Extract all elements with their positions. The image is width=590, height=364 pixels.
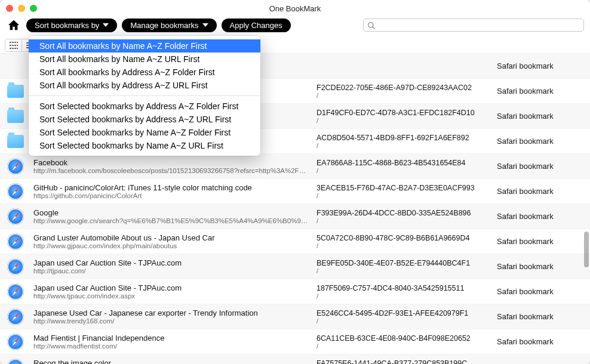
safari-icon [7,183,24,200]
bookmark-path: / [316,267,485,274]
bookmark-title: Japan used Car Auction Site - TJPAuc.com [33,258,309,267]
chevron-down-icon [202,23,208,27]
bookmark-url: http://m.facebook.com/boscoleebosco/post… [33,167,309,174]
bookmark-path: / [316,217,485,224]
row-source-col: Safari bookmark [497,212,585,221]
grid-icon [10,42,18,49]
search-icon [367,21,375,29]
bookmark-id: ACD8D504-5571-4BD9-8FF1-692F1A6EF892 [316,134,485,142]
row-source-col: Safari bookmark [497,337,585,346]
bookmark-url: http://www.tjpauc.com/index.aspx [33,292,309,300]
row-icon [5,208,26,225]
bookmark-source: Safari bookmark [497,337,585,346]
close-window-button[interactable] [6,5,13,12]
bookmark-row[interactable]: GitHub - panicinc/ColorArt: iTunes 11-st… [0,179,590,204]
sort-option[interactable]: Sort All bookmarks by Name A~Z URL First [29,53,260,66]
svg-rect-7 [16,42,17,49]
row-id-col: 5C0A72C0-8B90-478C-9C89-B6B61A9669D4/ [316,234,490,249]
safari-icon [7,334,24,350]
sort-option[interactable]: Sort Selected bookmarks by Name A~Z Fold… [29,126,260,139]
bookmark-id: 3EACEB15-F76D-47AC-B2A7-D3E3E0ACF993 [316,184,485,192]
row-icon [5,233,26,250]
row-id-col: F2CDE022-705E-486E-A97D-CE89243AAC02/ [316,84,490,99]
safari-icon [7,309,24,325]
manage-bookmarks-label: Manage bookmarks [130,21,198,30]
row-icon [5,183,26,200]
home-button[interactable] [6,18,21,32]
row-icon [5,359,26,365]
bookmark-path: / [316,292,485,300]
scrollbar[interactable] [584,131,589,359]
sort-option[interactable]: Sort Selected bookmarks by Address A~Z F… [29,100,260,113]
row-id-col: 187F5069-C757-4DC4-8040-3A5425915511/ [316,284,490,300]
row-source-col: Safari bookmark [497,162,585,171]
bookmark-source: Safari bookmark [497,262,585,271]
sort-option[interactable]: Sort All bookmarks by Address A~Z URL Fi… [29,79,260,92]
bookmark-id: 6CA11CEB-63CE-4E08-940C-B4F098E20652 [316,334,485,343]
search-field[interactable] [363,18,584,32]
sort-bookmarks-label: Sort bookmarks by [35,21,99,30]
sort-option[interactable]: Sort All bookmarks by Name A~Z Folder Fi… [29,39,260,53]
bookmark-title: Google [33,208,309,217]
bookmark-title: Japanese Used Car - Japanese car exporte… [33,309,309,317]
bookmark-title: Facebook [33,158,309,167]
row-source-col: Safari bookmark [497,312,585,321]
bookmark-row[interactable]: Japanese Used Car - Japanese car exporte… [0,304,590,329]
chevron-down-icon [103,23,109,27]
manage-bookmarks-button[interactable]: Manage bookmarks [122,18,216,32]
bookmark-row[interactable]: Japan used Car Auction Site - TJPAuc.com… [0,254,590,279]
bookmark-title: Japan used Car Auction Site - TJPAuc.com [33,283,309,292]
row-id-col: BE9FE05D-340E-4E07-B52E-E794440BC4F1/ [316,259,490,274]
bookmark-title: Mad Fientist | Financial Independence [33,334,309,343]
home-icon [7,19,20,31]
traffic-lights [6,5,37,12]
bookmark-url: http://www.trendy168.com/ [33,317,309,325]
row-id-col: FA7575E6-1441-49CA-B377-279C853B199C/ [316,359,490,365]
app-window: One BookMark Sort bookmarks by Manage bo… [0,0,590,364]
search-input[interactable] [377,21,580,29]
bookmark-row[interactable]: Googlehttp://www.google.cn/search?q=%E6%… [0,204,590,229]
row-main: Mad Fientist | Financial Independencehtt… [33,334,309,350]
safari-icon [7,258,24,275]
bookmark-row[interactable]: Facebookhttp://m.facebook.com/boscoleebo… [0,154,590,179]
toolbar: Sort bookmarks by Manage bookmarks Apply… [0,17,590,37]
row-id-col: F393E99A-26D4-4DCC-8BD0-335AE524B896/ [316,209,490,224]
sort-bookmarks-button[interactable]: Sort bookmarks by [26,18,117,32]
bookmark-row[interactable]: Recog the image colorhttps://panic.com/b… [0,354,590,364]
row-main: Facebookhttp://m.facebook.com/boscoleebo… [33,158,309,174]
sort-option[interactable]: Sort All bookmarks by Address A~Z Folder… [29,66,260,79]
bookmark-source: Safari bookmark [497,212,585,221]
row-source-col: Safari bookmark [497,112,585,121]
sort-option[interactable]: Sort Selected bookmarks by Address A~Z U… [29,113,260,126]
bookmark-row[interactable]: Mad Fientist | Financial Independencehtt… [0,329,590,354]
bookmark-source: Safari bookmark [497,237,585,246]
folder-icon [7,85,24,98]
zoom-window-button[interactable] [30,5,37,12]
row-icon [5,85,26,98]
bookmark-path: / [316,142,485,149]
bookmark-row[interactable]: Japan used Car Auction Site - TJPAuc.com… [0,279,590,304]
bookmark-title: Grand Luster Automobile About us - Japan… [33,233,309,242]
row-id-col: EA7866A8-115C-4868-B623-4B5431654E84/ [316,159,490,174]
row-id-col: ACD8D504-5571-4BD9-8FF1-692F1A6EF892/ [316,134,490,149]
bookmark-id: EA7866A8-115C-4868-B623-4B5431654E84 [316,159,485,167]
bookmark-row[interactable]: Grand Luster Automobile About us - Japan… [0,229,590,254]
svg-line-1 [373,26,374,28]
titlebar: One BookMark [0,0,590,17]
safari-icon [7,359,24,365]
bookmark-id: F2CDE022-705E-486E-A97D-CE89243AAC02 [316,84,485,92]
bookmark-path: / [316,92,485,99]
view-mode-grid-button[interactable] [5,39,22,51]
row-icon [5,158,26,175]
apply-changes-button[interactable]: Apply Changes [222,18,291,32]
sort-option[interactable]: Sort Selected bookmarks by Name A~Z URL … [29,139,260,152]
row-main: Japanese Used Car - Japanese car exporte… [33,309,309,325]
row-icon [5,334,26,350]
row-id-col: D1F49CF0-ED7C-4D78-A3C1-EFDC182F4D10/ [316,109,490,124]
bookmark-path: / [316,242,485,249]
minimize-window-button[interactable] [18,5,25,12]
safari-icon [7,158,24,175]
apply-changes-label: Apply Changes [230,21,282,30]
scrollbar-thumb[interactable] [584,232,589,267]
row-icon [5,110,26,123]
